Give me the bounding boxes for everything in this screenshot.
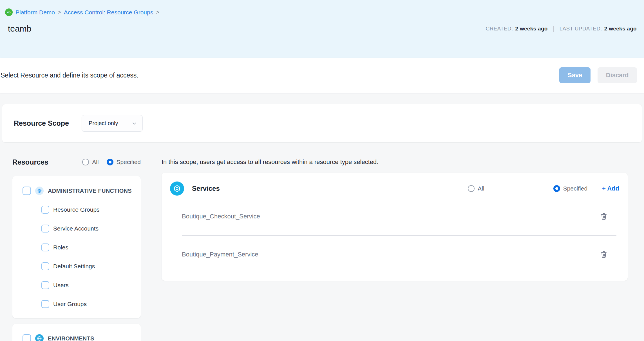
resource-type-row-user-groups[interactable]: User Groups [41,298,141,310]
chevron-down-icon [131,120,137,126]
breadcrumb-separator: > [156,9,159,15]
created-label: CREATED: [486,26,513,32]
resource-type-row-service-accounts[interactable]: Service Accounts [41,223,141,234]
delete-service-button[interactable] [600,250,608,259]
service-name: Boutique_Payment_Service [182,251,258,258]
trash-icon [600,250,608,259]
services-hexagon-icon [170,181,184,196]
breadcrumb-platform-demo[interactable]: Platform Demo [15,9,55,16]
user-groups-checkbox[interactable] [41,300,49,308]
radio-selected-icon[interactable] [553,185,560,192]
resource-type-row-default-settings[interactable]: Default Settings [41,261,141,272]
environments-card: ENVIRONMENTS [12,324,141,341]
resource-groups-checkbox[interactable] [41,206,49,214]
environments-label: ENVIRONMENTS [48,335,94,341]
administrative-functions-label: ADMINISTRATIVE FUNCTIONS [48,188,132,194]
save-button[interactable]: Save [559,67,591,83]
resources-radio-all-label: All [92,159,99,165]
user-groups-label: User Groups [53,301,87,307]
services-radio-specified-label: Specified [563,185,587,192]
administrative-functions-card: ADMINISTRATIVE FUNCTIONS Resource Groups… [12,176,141,318]
resources-scope-radios: All Specified [82,159,141,165]
resource-type-row-users[interactable]: Users [41,280,141,291]
radio-unselected-icon[interactable] [468,185,475,192]
globe-icon [35,334,44,341]
default-settings-label: Default Settings [53,263,95,270]
resource-type-row-roles[interactable]: Roles [41,242,141,253]
scope-detail-panel: In this scope, users get access to all r… [162,156,628,341]
services-card-header: Services All Specified + Add [170,180,619,198]
resources-title: Resources [12,158,48,166]
environments-checkbox[interactable] [23,334,31,341]
service-accounts-checkbox[interactable] [41,225,49,232]
breadcrumb-access-control[interactable]: Access Control: Resource Groups [64,9,153,16]
resource-type-row-resource-groups[interactable]: Resource Groups [41,204,141,215]
resource-groups-label: Resource Groups [53,206,100,213]
created-value: 2 weeks ago [515,26,547,32]
services-radio-specified[interactable]: Specified [553,185,587,192]
breadcrumb: ∞ Platform Demo > Access Control: Resour… [5,8,637,16]
resources-radio-specified-label: Specified [117,159,141,165]
group-row-administrative-functions: ADMINISTRATIVE FUNCTIONS [23,185,141,196]
resource-scope-card: Resource Scope Project only [2,104,642,142]
scope-description: In this scope, users get access to all r… [162,156,628,168]
breadcrumb-separator: > [58,9,61,15]
service-name: Boutique_Checkout_Service [182,213,260,220]
service-row: Boutique_Checkout_Service [170,198,619,235]
last-updated-label: LAST UPDATED: [560,26,602,32]
action-bar: Select Resource and define its scope of … [0,58,644,93]
roles-label: Roles [53,244,68,251]
discard-button[interactable]: Discard [598,67,637,83]
service-accounts-label: Service Accounts [53,225,99,232]
radio-selected-icon[interactable] [107,159,113,165]
resources-radio-specified[interactable]: Specified [107,159,141,165]
resource-scope-dropdown[interactable]: Project only [82,115,143,132]
users-checkbox[interactable] [41,281,49,289]
gear-icon [35,187,44,195]
radio-unselected-icon[interactable] [82,159,89,165]
page-header: ∞ Platform Demo > Access Control: Resour… [0,0,644,58]
users-label: Users [53,282,69,289]
delete-service-button[interactable] [600,212,608,221]
action-bar-message: Select Resource and define its scope of … [1,72,138,79]
default-settings-checkbox[interactable] [41,262,49,270]
resources-panel: Resources All Specified [12,156,141,341]
resources-radio-all[interactable]: All [82,159,99,165]
services-radio-all[interactable]: All [468,185,484,192]
last-updated-value: 2 weeks ago [604,26,637,32]
resource-scope-value: Project only [89,120,118,127]
meta-divider: | [553,25,554,32]
platform-logo-icon: ∞ [5,8,13,16]
service-row: Boutique_Payment_Service [170,236,619,273]
main-content: Resource Scope Project only Resources Al… [0,93,644,341]
page-title: teamb [8,24,31,34]
services-card: Services All Specified + Add Boutique_Ch… [162,173,628,281]
record-meta: CREATED: 2 weeks ago | LAST UPDATED: 2 w… [486,25,637,34]
resource-scope-label: Resource Scope [14,119,69,127]
group-row-environments: ENVIRONMENTS [23,333,141,341]
roles-checkbox[interactable] [41,243,49,251]
add-service-button[interactable]: + Add [602,185,619,192]
administrative-functions-checkbox[interactable] [23,187,31,195]
services-radio-all-label: All [478,185,484,192]
services-title: Services [192,185,220,192]
trash-icon [600,212,608,221]
